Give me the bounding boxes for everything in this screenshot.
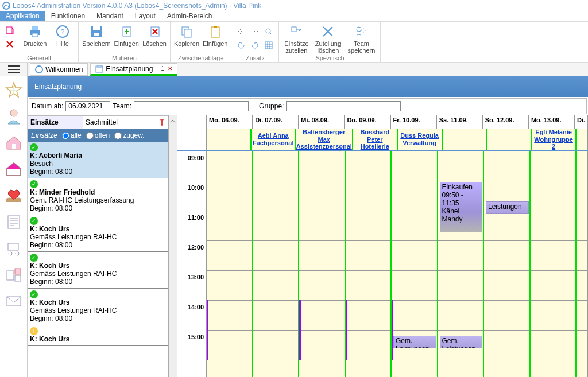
list-pin[interactable] [156,118,168,126]
team-input[interactable] [134,101,249,111]
gutter-person[interactable] [5,106,23,127]
people-header-cell[interactable]: Aebi AnnaFachpersonal [252,129,296,150]
gutter-house2[interactable] [5,159,23,180]
ribbon-einfuegen-clip[interactable]: Einfügen [203,23,227,47]
person-name[interactable]: Baltensberger Max [296,129,352,143]
ribbon-einfuegen-mut[interactable]: Einfügen [114,23,139,47]
person-role[interactable]: Wohngruppe 2 [532,136,575,150]
people-header-cell[interactable]: Duss RegulaVerwaltung [398,129,443,150]
person-name[interactable]: Bosshard Peter [353,129,397,143]
svg-rect-24 [12,144,16,149]
list-item[interactable]: ! K: Koch Urs [28,325,168,346]
people-header-cell[interactable]: Baltensberger MaxAssistenzpersonal [296,129,353,150]
calendar-body[interactable]: 09:0010:0011:0012:0013:0014:0015:00 Gem.… [177,151,588,377]
list-tab-sachmittel[interactable]: Sachmittel [83,116,138,129]
ribbon-hilfe[interactable]: ? Hilfe [51,23,75,47]
zusatz-last[interactable] [249,25,261,38]
calendar-event[interactable]: Leistungen gem.RAI-HC [486,201,529,214]
person-role[interactable]: Verwaltung [403,139,436,147]
person-role[interactable]: Hotellerie [361,143,389,150]
printer-icon [28,24,42,39]
gutter-hands[interactable] [5,185,23,206]
gutter-star[interactable] [5,80,23,100]
ribbon-loeschen[interactable]: Löschen [142,23,167,47]
datum-input[interactable] [65,101,110,111]
person-role[interactable]: Assistenzpersonal [296,143,352,150]
day-header[interactable]: Di. 07.09. [253,115,299,129]
person-name[interactable]: Duss Regula [400,132,439,139]
hamburger-menu[interactable] [0,63,28,76]
day-header[interactable]: Fr. 10.09. [391,115,437,129]
list-item[interactable]: ✓ K: Koch Urs Gemäss Leistungen RAI-HC B… [28,252,168,289]
gutter-mail[interactable] [5,291,23,312]
day-header[interactable]: Sa. 11.09. [437,115,483,129]
day-header[interactable]: Di. [575,115,588,129]
ribbon-team-speichern[interactable]: Team speichern [346,23,377,54]
list-item[interactable]: ✓ K: Minder Friedhold Gem. RAI-HC Leistu… [28,178,168,215]
zusatz-grid[interactable] [262,39,275,52]
day-column[interactable] [531,151,577,377]
list-item[interactable]: ✓ K: Aeberli Maria Besuch Beginn: 08:00 [28,142,168,178]
zusatz-redo[interactable] [249,39,261,52]
radio-alle[interactable]: alle [62,131,82,139]
gutter-module[interactable] [5,265,23,285]
ribbon-quick-close[interactable] [3,38,16,50]
menu-layout[interactable]: Layout [129,11,161,21]
gruppe-input[interactable] [286,101,401,111]
zusatz-first[interactable] [235,25,247,38]
svg-point-21 [36,66,42,73]
ribbon-einsaetze-zuteilen[interactable]: Einsätze zuteilen [283,23,310,54]
calendar-event[interactable]: Einkaufen09:50 - 11:35Känel Mandy [440,182,483,232]
day-header[interactable]: Do. 09.09. [345,115,390,129]
day-column[interactable]: Leistungen gem.RAI-HC [484,151,531,377]
gutter-house1[interactable] [5,133,23,153]
list-item[interactable]: ✓ K: Koch Urs Gemäss Leistungen RAI-HC B… [28,215,168,252]
person-name[interactable]: Egli Melanie [535,129,572,136]
tab-willkommen[interactable]: Willkommen [30,63,88,76]
day-column[interactable] [253,151,300,377]
day-column[interactable]: Einkaufen09:50 - 11:35Känel MandyGem. Le… [438,151,485,377]
day-column[interactable] [346,151,392,377]
ribbon-zuteilung-loeschen[interactable]: Zuteilung löschen [314,23,342,54]
day-header[interactable]: So. 12.09. [483,115,529,129]
event-line: 09:50 - 11:35 [442,191,481,207]
list-items[interactable]: ✓ K: Aeberli Maria Besuch Beginn: 08:00✓… [28,142,168,377]
day-header[interactable]: Mo. 13.09. [529,115,575,129]
menu-funktionen[interactable]: Funktionen [45,11,91,21]
tab-einsatzplanung[interactable]: Einsatzplanung 1 ✕ [90,63,177,76]
calendar-event[interactable]: Gem. LeistungenRAI-HC [440,336,483,348]
svg-rect-22 [96,66,103,72]
menu-mandant[interactable]: Mandant [91,11,129,21]
list-tab-einsaetze[interactable]: Einsätze [28,116,83,129]
day-column[interactable] [577,151,588,377]
gutter-doc[interactable] [5,212,23,232]
menu-admin[interactable]: Admin-Bereich [161,11,218,21]
ribbon-drucken[interactable]: Drucken [23,23,47,47]
splitter[interactable] [169,115,177,377]
day-column[interactable] [207,151,253,377]
team-save-icon [354,24,369,39]
calendar-event[interactable]: Gem. Leistungen RAI-H [393,336,436,348]
person-name[interactable]: Aebi Anna [258,132,289,139]
menu-applikation[interactable]: Applikation [0,11,45,21]
svg-rect-29 [7,271,14,280]
list-item[interactable]: ✓ K: Koch Urs Gemäss Leistungen RAI-HC B… [28,289,168,325]
day-column[interactable] [299,151,346,377]
radio-offen[interactable]: offen [86,131,110,139]
day-header[interactable]: Mi. 08.09. [299,115,345,129]
menu-bar: Applikation Funktionen Mandant Layout Ad… [0,11,588,21]
tab-close-icon[interactable]: ✕ [168,65,172,72]
ribbon-quick-new[interactable] [3,24,16,37]
ribbon-speichern[interactable]: Speichern [82,23,111,47]
day-header[interactable]: Mo. 06.09. [207,115,253,129]
radio-zugew[interactable]: zugew. [114,131,144,139]
zusatz-search[interactable] [262,25,275,38]
gruppe-label: Gruppe: [259,102,284,110]
people-header-cell[interactable]: Bosshard PeterHotellerie [353,129,398,150]
day-column[interactable]: Gem. Leistungen RAI-H [392,151,438,377]
people-header-cell[interactable]: Egli MelanieWohngruppe 2 [532,129,577,150]
zusatz-undo[interactable] [235,39,247,52]
ribbon-kopieren[interactable]: Kopieren [174,23,199,47]
gutter-cart[interactable] [5,238,23,259]
person-role[interactable]: Fachpersonal [253,139,294,147]
